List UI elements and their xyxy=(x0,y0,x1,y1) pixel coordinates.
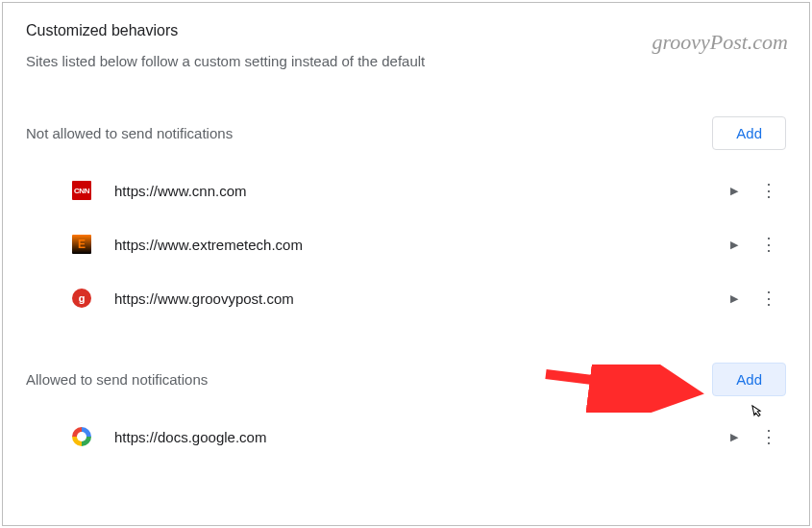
add-allowed-button[interactable]: Add xyxy=(712,363,786,396)
site-url: https://www.groovypost.com xyxy=(114,290,717,307)
site-row[interactable]: g https://www.groovypost.com ▶ ⋮ xyxy=(3,271,809,325)
header-block: Customized behaviors Sites listed below … xyxy=(3,3,809,79)
expand-arrow-icon[interactable]: ▶ xyxy=(717,431,751,443)
site-url: https://docs.google.com xyxy=(114,429,717,445)
site-row[interactable]: E https://www.extremetech.com ▶ ⋮ xyxy=(3,217,809,271)
not-allowed-header: Not allowed to send notifications Add xyxy=(3,102,809,163)
more-menu-icon[interactable]: ⋮ xyxy=(751,426,786,447)
settings-panel: groovyPost.com Customized behaviors Site… xyxy=(2,2,810,526)
site-row[interactable]: CNN https://www.cnn.com ▶ ⋮ xyxy=(3,163,809,217)
expand-arrow-icon[interactable]: ▶ xyxy=(717,239,751,251)
more-menu-icon[interactable]: ⋮ xyxy=(751,180,786,201)
google-docs-favicon xyxy=(72,427,91,446)
site-url: https://www.extremetech.com xyxy=(114,237,717,253)
cnn-favicon: CNN xyxy=(72,181,91,200)
section-subtitle: Sites listed below follow a custom setti… xyxy=(26,53,786,69)
more-menu-icon[interactable]: ⋮ xyxy=(751,288,786,309)
allowed-label: Allowed to send notifications xyxy=(26,371,208,388)
allowed-header: Allowed to send notifications Add xyxy=(3,348,809,410)
not-allowed-label: Not allowed to send notifications xyxy=(26,125,233,141)
add-not-allowed-button[interactable]: Add xyxy=(712,116,786,150)
more-menu-icon[interactable]: ⋮ xyxy=(751,234,786,255)
extremetech-favicon: E xyxy=(72,235,91,254)
site-row[interactable]: https://docs.google.com ▶ ⋮ xyxy=(3,410,809,464)
groovypost-favicon: g xyxy=(72,289,91,308)
site-url: https://www.cnn.com xyxy=(114,183,717,199)
expand-arrow-icon[interactable]: ▶ xyxy=(717,292,751,305)
section-title: Customized behaviors xyxy=(26,22,786,39)
expand-arrow-icon[interactable]: ▶ xyxy=(717,185,751,197)
